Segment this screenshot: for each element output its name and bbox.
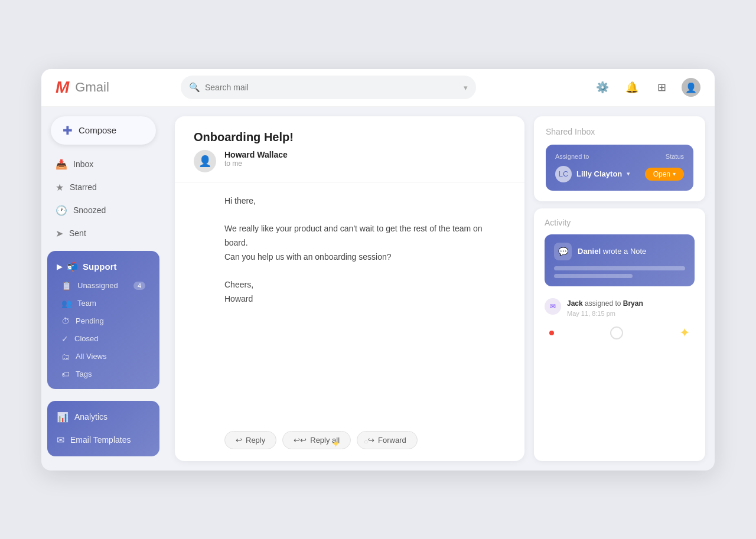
- activity-action: assigned to: [585, 299, 623, 308]
- assigned-row: Assigned to Status: [555, 153, 684, 160]
- sender-name: Howard Wallace: [224, 150, 288, 159]
- reply-button[interactable]: ↩ Reply: [224, 431, 276, 449]
- note-author-name: Daniel: [578, 247, 601, 256]
- sender-avatar: 👤: [194, 150, 216, 172]
- all-views-icon: 🗂: [61, 352, 70, 361]
- support-section: ▶ 📬 Support 📋 Unassigned 4 👥 Team ⏱ Pend…: [47, 251, 159, 389]
- email-header: Onboarding Help! 👤 Howard Wallace to me: [175, 116, 524, 182]
- top-icons: ⚙️ 🔔 ⊞ 👤: [593, 78, 700, 97]
- unassigned-icon: 📋: [61, 281, 71, 290]
- support-label: Support: [83, 262, 117, 272]
- activity-card: Activity 💬 Daniel wrote a Note: [534, 208, 705, 461]
- sidebar-item-snoozed[interactable]: 🕐 Snoozed: [41, 200, 156, 221]
- reply-all-icon: ↩↩: [294, 436, 307, 445]
- support-icon: 📬: [67, 262, 78, 272]
- assignee-chevron-icon[interactable]: ▾: [627, 170, 630, 178]
- sidebar-item-inbox[interactable]: 📥 Inbox: [41, 154, 156, 175]
- assignee-avatar: LC: [555, 166, 572, 182]
- deco-circle-outline: [610, 326, 623, 339]
- sidebar-item-unassigned[interactable]: 📋 Unassigned 4: [47, 277, 159, 295]
- search-input[interactable]: [205, 83, 459, 92]
- note-lines: [554, 266, 685, 278]
- reply-icon: ↩: [236, 436, 242, 445]
- compose-button[interactable]: ✚ Compose: [51, 116, 156, 145]
- team-icon: 👥: [61, 299, 71, 308]
- status-badge[interactable]: Open ▾: [645, 168, 684, 181]
- unassigned-badge: 4: [133, 282, 145, 290]
- sidebar: ✚ Compose 📥 Inbox ★ Starred 🕐 Snoozed ➤ …: [41, 107, 165, 471]
- sidebar-item-sent[interactable]: ➤ Sent: [41, 223, 156, 244]
- sidebar-item-label-sent: Sent: [69, 228, 86, 238]
- status-chevron-icon: ▾: [673, 171, 676, 177]
- main-layout: ✚ Compose 📥 Inbox ★ Starred 🕐 Snoozed ➤ …: [41, 107, 715, 471]
- activity-text: Jack assigned to Bryan May 11, 8:15 pm: [567, 298, 643, 319]
- unassigned-label: Unassigned: [77, 281, 118, 290]
- deco-star-gold: ✦: [679, 325, 690, 341]
- logo-area: M Gmail: [56, 79, 162, 96]
- forward-icon: ↪: [368, 436, 374, 445]
- shared-inbox-title: Shared Inbox: [546, 127, 693, 136]
- reply-all-button[interactable]: ↩↩ Reply all: [282, 431, 351, 449]
- assignee-row[interactable]: LC Lilly Clayton ▾: [555, 166, 630, 182]
- tags-icon: 🏷: [61, 370, 70, 379]
- note-line-1: [554, 266, 685, 270]
- analytics-section: 📊 Analytics ✉ Email Templates: [47, 401, 159, 456]
- gmail-label: Gmail: [75, 80, 109, 95]
- team-label: Team: [77, 299, 96, 308]
- email-templates-label: Email Templates: [70, 435, 131, 445]
- activity-target: Bryan: [623, 299, 643, 308]
- assigned-to-label: Assigned to: [555, 153, 589, 160]
- note-icon: 💬: [554, 243, 572, 260]
- sidebar-item-pending[interactable]: ⏱ Pending: [47, 312, 159, 330]
- sidebar-item-tags[interactable]: 🏷 Tags: [47, 365, 159, 383]
- sidebar-item-closed[interactable]: ✓ Closed: [47, 330, 159, 348]
- email-meta: 👤 Howard Wallace to me: [194, 150, 506, 172]
- email-body: Hi there, We really like your product an…: [175, 182, 524, 431]
- right-deco: ✦: [545, 323, 695, 343]
- note-action: wrote a Note: [603, 247, 647, 256]
- notifications-icon[interactable]: 🔔: [623, 78, 641, 97]
- note-author: Daniel wrote a Note: [578, 247, 646, 256]
- pending-icon: ⏱: [61, 316, 70, 326]
- sidebar-item-starred[interactable]: ★ Starred: [41, 177, 156, 198]
- sidebar-item-email-templates[interactable]: ✉ Email Templates: [47, 429, 159, 452]
- all-views-label: All Views: [76, 352, 107, 361]
- gmail-m-icon: M: [56, 79, 69, 96]
- forward-label: Forward: [378, 436, 406, 445]
- email-subject: Onboarding Help!: [194, 130, 506, 144]
- sidebar-item-team[interactable]: 👥 Team: [47, 295, 159, 312]
- sidebar-item-label-inbox: Inbox: [73, 159, 93, 169]
- starred-icon: ★: [56, 182, 64, 193]
- pending-label: Pending: [76, 316, 104, 325]
- activity-time: May 11, 8:15 pm: [567, 309, 643, 319]
- activity-actor: Jack: [567, 299, 583, 308]
- settings-icon[interactable]: ⚙️: [593, 78, 612, 97]
- compose-label: Compose: [79, 125, 116, 135]
- apps-icon[interactable]: ⊞: [652, 78, 671, 97]
- forward-button[interactable]: ↪ Forward: [357, 431, 418, 449]
- search-dropdown-icon[interactable]: ▾: [464, 83, 468, 92]
- email-body-text: Hi there, We really like your product an…: [224, 194, 506, 306]
- support-chevron-icon: ▶: [57, 263, 62, 271]
- inbox-icon: 📥: [56, 159, 67, 170]
- search-bar[interactable]: 🔍 ▾: [181, 76, 476, 99]
- sidebar-item-label-starred: Starred: [70, 182, 97, 192]
- assignee-name: Lilly Clayton: [576, 169, 622, 178]
- sidebar-item-analytics[interactable]: 📊 Analytics: [47, 406, 159, 429]
- sidebar-item-all-views[interactable]: 🗂 All Views: [47, 348, 159, 365]
- sent-icon: ➤: [56, 228, 63, 239]
- support-header[interactable]: ▶ 📬 Support: [47, 257, 159, 277]
- sidebar-item-label-snoozed: Snoozed: [73, 205, 106, 215]
- status-value: Open: [653, 170, 670, 178]
- sender-to: to me: [224, 159, 288, 168]
- activity-actor-icon: ✉: [550, 302, 556, 311]
- activity-item: ✉ Jack assigned to Bryan May 11, 8:15 pm: [545, 293, 695, 324]
- activity-title: Activity: [545, 218, 695, 227]
- app-window: M Gmail 🔍 ▾ ⚙️ 🔔 ⊞ 👤 ✚ Compose 📥: [41, 69, 715, 471]
- note-line-2: [554, 274, 633, 278]
- reply-label: Reply: [246, 436, 265, 445]
- top-bar: M Gmail 🔍 ▾ ⚙️ 🔔 ⊞ 👤: [41, 69, 715, 107]
- user-avatar[interactable]: 👤: [682, 78, 700, 97]
- analytics-label: Analytics: [74, 412, 107, 422]
- search-icon: 🔍: [189, 82, 200, 93]
